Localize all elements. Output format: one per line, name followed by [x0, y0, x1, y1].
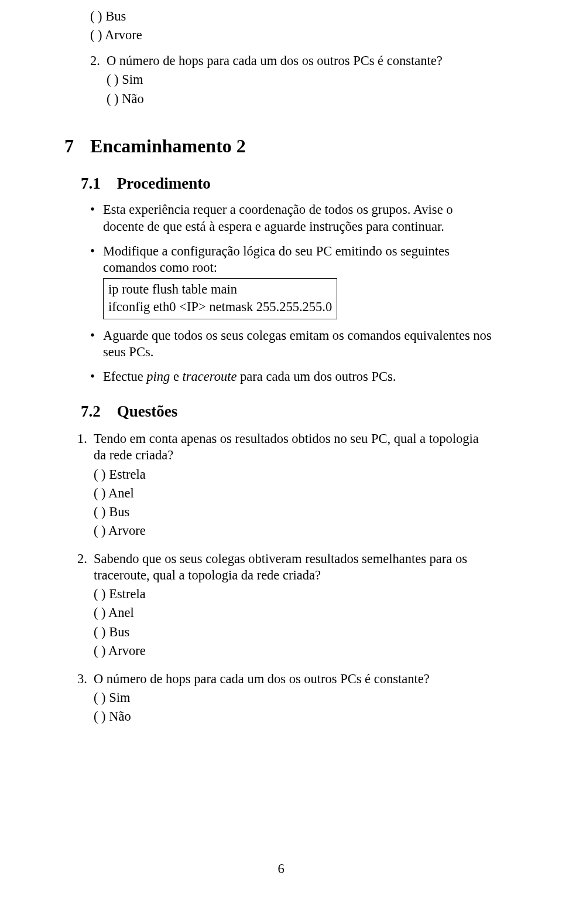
bullet-text: Efectue ping e traceroute para cada um d… — [103, 369, 493, 385]
option-bus[interactable]: ( ) Bus — [94, 504, 493, 520]
option-sim[interactable]: ( ) Sim — [94, 690, 493, 706]
subsection-number: 7.2 — [81, 402, 101, 422]
subsection-title: Questões — [117, 403, 178, 420]
bullet-icon: • — [90, 243, 103, 320]
bullet-icon: • — [90, 369, 103, 385]
bullet-text: Aguarde que todos os seus colegas emitam… — [103, 328, 493, 360]
text-fragment: para cada um dos outros PCs. — [237, 369, 396, 384]
section-number: 7 — [64, 134, 74, 158]
bullet-text: Esta experiência requer a coordenação de… — [103, 202, 493, 234]
question-text: Sabendo que os seus colegas obtiveram re… — [94, 551, 493, 584]
option-bus[interactable]: ( ) Bus — [94, 624, 493, 640]
option-arvore[interactable]: ( ) Arvore — [94, 643, 493, 659]
subsection-number: 7.1 — [81, 174, 101, 194]
subsection-7-2-heading: 7.2Questões — [81, 402, 493, 422]
command-line: ifconfig eth0 <IP> netmask 255.255.255.0 — [108, 299, 332, 315]
item-number: 2. — [77, 551, 94, 662]
item-number: 1. — [77, 431, 94, 541]
command-box: ip route flush table main ifconfig eth0 … — [103, 278, 337, 319]
list-item: • Modifique a configuração lógica do seu… — [90, 243, 493, 320]
option-anel[interactable]: ( ) Anel — [94, 485, 493, 502]
procedure-list: • Esta experiência requer a coordenação … — [90, 202, 493, 385]
option-anel[interactable]: ( ) Anel — [94, 605, 493, 621]
bullet-icon: • — [90, 202, 103, 234]
question-2: 2. Sabendo que os seus colegas obtiveram… — [77, 551, 493, 662]
item-number: 2. — [90, 53, 107, 109]
bullet-icon: • — [90, 328, 103, 360]
command-line: ip route flush table main — [108, 281, 332, 298]
questions-list: 1. Tendo em conta apenas os resultados o… — [77, 431, 493, 727]
text-fragment: Efectue — [103, 369, 146, 384]
question-text: Tendo em conta apenas os resultados obti… — [94, 431, 493, 463]
text-traceroute: traceroute — [183, 369, 237, 384]
section-7-heading: 7Encaminhamento 2 — [64, 134, 493, 158]
item-body: O número de hops para cada um dos os out… — [107, 53, 493, 109]
option-arvore[interactable]: ( ) Arvore — [90, 27, 493, 43]
prev-question-2: 2. O número de hops para cada um dos os … — [90, 53, 493, 109]
question-text: O número de hops para cada um dos os out… — [107, 53, 493, 69]
option-estrela[interactable]: ( ) Estrela — [94, 586, 493, 602]
prev-question-options: ( ) Bus ( ) Arvore — [90, 8, 493, 43]
list-item: • Efectue ping e traceroute para cada um… — [90, 369, 493, 385]
option-nao[interactable]: ( ) Não — [107, 91, 493, 107]
list-item: 2. O número de hops para cada um dos os … — [90, 53, 493, 109]
text-ping: ping — [146, 369, 170, 384]
list-item: • Aguarde que todos os seus colegas emit… — [90, 328, 493, 360]
item-body: Tendo em conta apenas os resultados obti… — [94, 431, 493, 541]
bullet-body: Modifique a configuração lógica do seu P… — [103, 243, 493, 320]
page-number: 6 — [0, 861, 562, 877]
item-body: O número de hops para cada um dos os out… — [94, 671, 493, 727]
page: ( ) Bus ( ) Arvore 2. O número de hops p… — [0, 0, 562, 924]
option-nao[interactable]: ( ) Não — [94, 708, 493, 725]
question-text: O número de hops para cada um dos os out… — [94, 671, 493, 687]
option-bus[interactable]: ( ) Bus — [90, 8, 493, 25]
option-estrela[interactable]: ( ) Estrela — [94, 466, 493, 483]
text-fragment: e — [170, 369, 182, 384]
question-3: 3. O número de hops para cada um dos os … — [77, 671, 493, 727]
item-body: Sabendo que os seus colegas obtiveram re… — [94, 551, 493, 662]
question-1: 1. Tendo em conta apenas os resultados o… — [77, 431, 493, 541]
bullet-text: Modifique a configuração lógica do seu P… — [103, 243, 493, 276]
item-number: 3. — [77, 671, 94, 727]
list-item: • Esta experiência requer a coordenação … — [90, 202, 493, 234]
option-sim[interactable]: ( ) Sim — [107, 71, 493, 88]
subsection-title: Procedimento — [117, 175, 211, 192]
option-arvore[interactable]: ( ) Arvore — [94, 523, 493, 539]
subsection-7-1-heading: 7.1Procedimento — [81, 174, 493, 194]
section-title: Encaminhamento 2 — [90, 135, 246, 156]
